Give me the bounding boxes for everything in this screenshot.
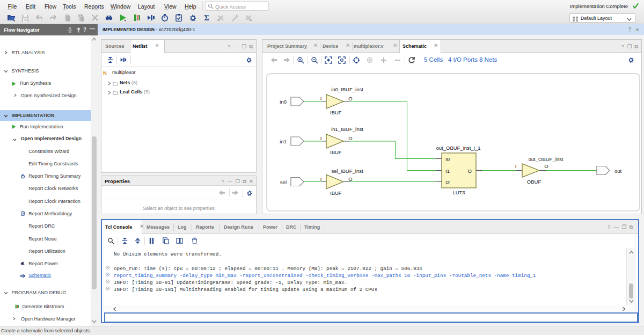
svg-text:sel_IBUF_inst: sel_IBUF_inst: [331, 168, 363, 174]
svg-text:I: I: [320, 96, 322, 101]
svg-text:I: I: [320, 135, 322, 141]
svg-text:O: O: [468, 168, 472, 174]
svg-text:OBUF: OBUF: [527, 179, 541, 185]
svg-text:out: out: [614, 168, 622, 174]
svg-text:Σ: Σ: [204, 14, 209, 22]
svg-text:out_OBUF_inst_i_1: out_OBUF_inst_i_1: [436, 145, 481, 151]
svg-text:I: I: [320, 176, 322, 182]
svg-text:in1: in1: [280, 139, 287, 144]
svg-text:I: I: [515, 163, 517, 169]
svg-text:in0: in0: [280, 99, 287, 105]
svg-text:in0_IBUF_inst: in0_IBUF_inst: [331, 86, 363, 92]
svg-text:out_OBUF_inst: out_OBUF_inst: [529, 156, 564, 162]
svg-text:I1: I1: [445, 168, 450, 174]
svg-text:O: O: [348, 176, 352, 182]
svg-text:sel: sel: [280, 179, 287, 185]
svg-text:LUT3: LUT3: [452, 190, 465, 195]
svg-text:I0: I0: [445, 156, 450, 162]
svg-text:O: O: [348, 135, 352, 141]
svg-text:I2: I2: [445, 179, 450, 185]
svg-text:IBUF: IBUF: [330, 110, 342, 115]
svg-text:in1_IBUF_inst: in1_IBUF_inst: [331, 126, 363, 132]
svg-text:IBUF: IBUF: [330, 149, 342, 155]
svg-text:IBUF: IBUF: [330, 190, 342, 196]
svg-text:O: O: [544, 163, 548, 169]
svg-text:O: O: [348, 96, 352, 101]
